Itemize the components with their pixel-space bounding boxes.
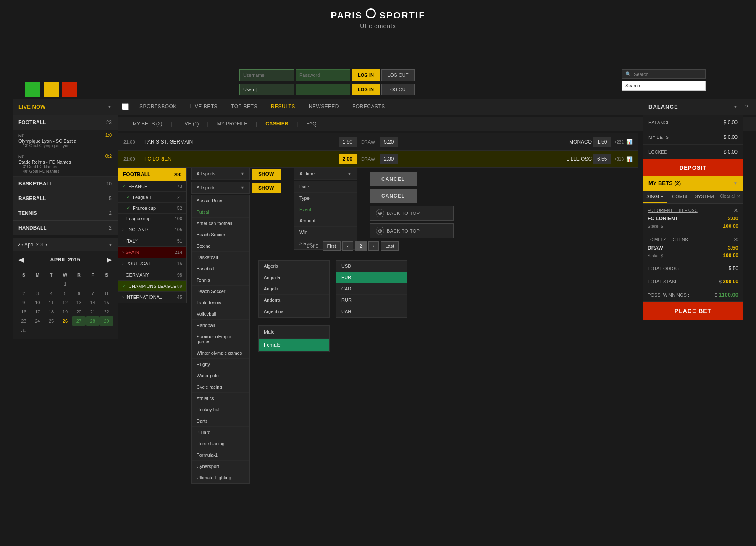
cancel-button-1[interactable]: CANCEL <box>370 172 417 186</box>
cal-day-27[interactable]: 27 <box>72 316 86 326</box>
cal-day-23[interactable]: 23 <box>17 316 31 326</box>
time-filter-item-amount[interactable]: Amount <box>294 215 357 227</box>
match-odd-away-2[interactable]: 6.55 <box>593 154 611 164</box>
cal-day-1[interactable]: 1 <box>58 280 72 289</box>
cal-day-8[interactable]: 8 <box>100 289 113 298</box>
password-input-1[interactable] <box>296 69 350 81</box>
swatch-green[interactable] <box>25 82 40 97</box>
league-champions[interactable]: ✓ CHAMPIONS LEAGUE 89 <box>118 281 186 292</box>
sport-header-basketball[interactable]: BASKETBALL 10 <box>13 177 118 191</box>
sports-item-athletics[interactable]: Athletics <box>192 393 249 404</box>
cal-day-10[interactable]: 10 <box>31 298 45 307</box>
league-league1[interactable]: ✓ League 1 21 <box>118 192 186 203</box>
chart-icon-2[interactable]: 📊 <box>626 156 633 162</box>
sports-item-water-polo[interactable]: Water polo <box>192 370 249 381</box>
sports-dropdown-item-2[interactable]: All sports <box>192 182 249 193</box>
time-filter-item-date[interactable]: Date <box>294 181 357 193</box>
currency-cad[interactable]: CAD <box>336 283 407 295</box>
sports-item-aussie[interactable]: Aussie Rules <box>192 195 249 206</box>
password-input-2[interactable] <box>296 84 350 95</box>
cal-day-20[interactable]: 20 <box>72 307 86 316</box>
cal-day-30[interactable]: 30 <box>17 326 31 335</box>
place-bet-button[interactable]: PLACE BET <box>643 302 743 320</box>
deposit-button[interactable]: DEPOSIT <box>643 159 743 176</box>
calendar-date-dropdown-icon[interactable] <box>108 243 113 247</box>
sports-item-beach-soccer[interactable]: Beach Soccer <box>192 229 249 240</box>
sports-item-ufc[interactable]: Ultimate Fighting <box>192 472 249 483</box>
sports-item-rugby[interactable]: Rugby <box>192 359 249 370</box>
league-francecup[interactable]: ✓ France cup 52 <box>118 203 186 214</box>
sports-item-cyber[interactable]: Cybersport <box>192 461 249 472</box>
sports-item-table-tennis[interactable]: Table tennis <box>192 297 249 308</box>
show-button-2[interactable]: SHOW <box>252 183 281 193</box>
nav-top-bets[interactable]: TOP BETS <box>224 99 264 115</box>
match-odd-away-1[interactable]: 1.50 <box>593 137 611 147</box>
match-odd-home-2[interactable]: 2.00 <box>339 154 357 164</box>
username-input-2[interactable] <box>239 84 294 95</box>
swatch-red[interactable] <box>62 82 77 97</box>
country-andorra[interactable]: Andorra <box>259 295 329 306</box>
currency-usd[interactable]: USD <box>336 261 407 272</box>
match-more-1[interactable]: +232 <box>614 140 624 144</box>
league-germany[interactable]: › GERMANY 98 <box>118 269 186 281</box>
match-odd-draw-1[interactable]: 5.20 <box>380 137 398 147</box>
cal-day-22[interactable]: 22 <box>100 307 113 316</box>
nav-live-bets[interactable]: LIVE BETS <box>184 99 224 115</box>
bet-close-2[interactable]: ✕ <box>733 236 738 243</box>
sport-header-handball[interactable]: HANDBALL 2 <box>13 221 118 235</box>
nav-forecasts[interactable]: FORECASTS <box>346 99 392 115</box>
cal-day-12[interactable]: 12 <box>58 298 72 307</box>
cal-day-4[interactable]: 4 <box>45 289 58 298</box>
sub-nav-profile[interactable]: MY PROFILE <box>210 117 254 131</box>
cal-day-18[interactable]: 18 <box>45 307 58 316</box>
cal-day-2[interactable]: 2 <box>17 289 31 298</box>
cancel-button-2[interactable]: CANCEL <box>370 189 417 203</box>
league-portugal[interactable]: › PORTUGAL 15 <box>118 258 186 269</box>
cal-day-15[interactable]: 15 <box>100 298 113 307</box>
cal-day-25[interactable]: 25 <box>45 316 58 326</box>
cal-day-28[interactable]: 28 <box>86 316 100 326</box>
sport-header-tennis[interactable]: TENNIS 2 <box>13 206 118 221</box>
gender-female[interactable]: Female <box>259 339 329 352</box>
match-odd-home-1[interactable]: 1.50 <box>339 137 357 147</box>
sports-item-horse[interactable]: Horse Racing <box>192 438 249 449</box>
country-angola[interactable]: Angola <box>259 283 329 295</box>
clear-all-button[interactable]: Clear all ✕ <box>717 191 743 203</box>
nav-help[interactable]: ? <box>743 103 751 110</box>
nav-newsfeed[interactable]: NEWSFEED <box>302 99 346 115</box>
sports-item-futsal[interactable]: Futsal <box>192 206 249 218</box>
cal-day-17[interactable]: 17 <box>31 307 45 316</box>
sports-item-winter-olympic[interactable]: Winter olympic games <box>192 347 249 359</box>
sport-header-football[interactable]: FOOTBALL 23 <box>13 115 118 130</box>
sub-nav-live[interactable]: LIVE (1) <box>174 117 206 131</box>
my-bets-header[interactable]: MY BETS (2) <box>643 176 743 191</box>
sports-dropdown-1[interactable]: All sports <box>191 168 250 180</box>
nav-sportsbook[interactable]: SPORTSBOOK <box>133 99 184 115</box>
time-filter-item-type[interactable]: Type <box>294 193 357 204</box>
sub-nav-my-bets[interactable]: MY BETS (2) <box>126 117 169 131</box>
cal-day-7[interactable]: 7 <box>86 289 100 298</box>
sports-item-hockey[interactable]: Hockey ball <box>192 404 249 415</box>
sports-item-formula1[interactable]: Formula-1 <box>192 449 249 461</box>
country-argentina[interactable]: Argentina <box>259 306 329 317</box>
sports-item-baseball[interactable]: Baseball <box>192 263 249 274</box>
calendar-next-button[interactable]: ▶ <box>107 256 112 264</box>
page-first-button[interactable]: First <box>323 241 341 251</box>
league-leaguecup[interactable]: League cup 100 <box>118 214 186 224</box>
sub-nav-faq[interactable]: FAQ <box>299 117 323 131</box>
logout-button-1[interactable]: LOG OUT <box>381 69 415 81</box>
country-anguilla[interactable]: Anguilla <box>259 272 329 283</box>
gender-male[interactable]: Male <box>259 326 329 339</box>
sports-item-boxing[interactable]: Boxing <box>192 240 249 252</box>
page-next-button[interactable]: › <box>368 241 379 251</box>
cal-day-13[interactable]: 13 <box>72 298 86 307</box>
cal-day-3[interactable]: 3 <box>31 289 45 298</box>
sport-header-baseball[interactable]: BASEBALL 5 <box>13 191 118 206</box>
country-algeria[interactable]: Algeria <box>259 261 329 272</box>
cal-day-19[interactable]: 19 <box>58 307 72 316</box>
cal-day-11[interactable]: 11 <box>45 298 58 307</box>
username-input-1[interactable] <box>239 69 294 81</box>
nav-checkbox[interactable] <box>122 103 129 110</box>
match-more-2[interactable]: +318 <box>614 157 624 162</box>
swatch-yellow[interactable] <box>44 82 59 97</box>
